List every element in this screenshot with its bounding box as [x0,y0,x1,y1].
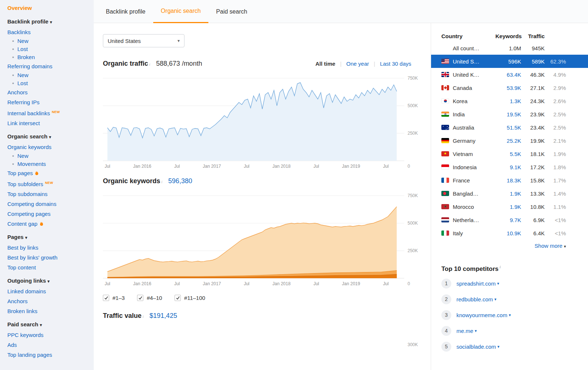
keywords-value[interactable]: 1.9K [495,191,521,197]
sidebar-item-movements[interactable]: •Movements [7,160,94,168]
sidebar-item-backlinks[interactable]: Backlinks [7,27,94,37]
competitor-domain-link[interactable]: socialblade.com [456,344,496,350]
rank-filter-1-3[interactable]: #1–3 [103,295,125,301]
sidebar-item-new[interactable]: •New [7,152,94,160]
keywords-value[interactable]: 53.9K [495,85,521,91]
chevron-down-icon[interactable]: ▾ [475,329,477,333]
country-selector[interactable]: United States ▾ [103,34,184,47]
keywords-value[interactable]: 5.5K [495,151,521,157]
keywords-value[interactable]: 9.1K [495,164,521,170]
tab-paid-search[interactable]: Paid search [208,0,255,23]
keywords-value[interactable]: 1.9K [495,204,521,210]
country-row-france[interactable]: France18.3K15.8K1.7% [431,174,588,187]
sidebar-item-best-by-links-growth[interactable]: Best by links' growth [7,253,94,262]
info-icon[interactable]: i [143,315,144,319]
traffic-value-link[interactable]: $191,425 [150,312,177,320]
country-row-netherla[interactable]: Netherla…9.7K6.9K<1% [431,213,588,226]
sidebar-item-referring-ips[interactable]: Referring IPs [7,97,94,107]
svg-text:500K: 500K [408,221,418,226]
tab-organic-search[interactable]: Organic search [153,0,209,23]
country-row-banglad[interactable]: Banglad…1.9K13.3K1.4% [431,187,588,200]
sidebar-item-broken-links[interactable]: Broken links [7,306,94,316]
chevron-down-icon[interactable]: ▾ [509,313,511,318]
keywords-value[interactable]: 1.3K [495,98,521,104]
organic-keywords-title: Organic keywords [103,177,160,185]
info-icon[interactable]: i [149,62,150,66]
rank-filter-4-10[interactable]: #4–10 [137,295,162,301]
sidebar-item-paid-search[interactable]: Paid search ▾ [7,319,94,330]
country-row-italy[interactable]: Italy10.9K6.4K<1% [431,226,588,240]
country-row-canada[interactable]: Canada53.9K27.1K2.9% [431,81,588,94]
competitor-domain-link[interactable]: spreadshirt.com [456,280,496,287]
country-row-australia[interactable]: Australia51.5K23.4K2.5% [431,121,588,134]
sidebar-item-outgoing-links[interactable]: Outgoing links ▾ [7,276,94,286]
sidebar-item-internal-backlinks[interactable]: Internal backlinksNEW [7,107,94,118]
sidebar-item-link-intersect[interactable]: Link intersect [7,118,94,128]
sidebar-item-new[interactable]: •New [7,71,94,79]
keywords-value[interactable]: 10.9K [495,230,521,236]
range-one-year[interactable]: One year [346,61,369,67]
competitor-domain-link[interactable]: me.me [456,328,473,334]
sidebar-item-organic-search[interactable]: Organic search ▾ [7,131,94,142]
sidebar-item-best-by-links[interactable]: Best by links [7,243,94,253]
range-all-time[interactable]: All time [315,61,335,67]
kr-flag-icon [441,98,449,104]
show-more-button[interactable]: Show more [535,243,563,249]
country-row-united-s[interactable]: United S…596K589K62.3% [431,55,588,68]
sidebar-item-label: Top landing pages [7,352,52,358]
sidebar-item-organic-keywords[interactable]: Organic keywords [7,142,94,152]
keywords-value[interactable]: 63.4K [495,72,521,78]
competitor-domain-link[interactable]: redbubble.com [456,296,493,302]
organic-keywords-count-link[interactable]: 596,380 [168,177,192,185]
chevron-down-icon[interactable]: ▾ [494,297,496,302]
sidebar-item-referring-domains[interactable]: Referring domains [7,61,94,71]
keywords-value[interactable]: 596K [495,58,521,65]
range-last-30-days[interactable]: Last 30 days [380,61,411,67]
sidebar-item-label: Top pages [7,170,33,176]
sidebar-item-overview[interactable]: Overview [7,3,94,13]
country-row-korea[interactable]: Korea1.3K24.3K2.6% [431,94,588,108]
chevron-down-icon[interactable]: ▾ [498,344,500,349]
info-icon[interactable]: i [161,180,162,184]
sidebar-item-ppc-keywords[interactable]: PPC keywords [7,330,94,340]
traffic-value: 15.8K [521,177,545,184]
sidebar-item-anchors[interactable]: Anchors [7,87,94,97]
sidebar-item-top-pages[interactable]: Top pages [7,168,94,178]
sidebar-item-competing-domains[interactable]: Competing domains [7,199,94,209]
country-row-all-count[interactable]: All count…1.0M945K [431,41,588,55]
country-row-vietnam[interactable]: Vietnam5.5K18.1K1.9% [431,147,588,160]
sidebar-item-new[interactable]: •New [7,37,94,45]
rank-filter-11-100[interactable]: #11–100 [175,295,205,301]
sidebar-item-top-content[interactable]: Top content [7,262,94,272]
traffic-value: 17.2K [521,164,545,170]
competitor-domain-link[interactable]: knowyourmeme.com [456,312,507,318]
sidebar-item-top-subdomains[interactable]: Top subdomains [7,189,94,199]
sidebar-item-content-gap[interactable]: Content gap [7,219,94,229]
keywords-value[interactable]: 18.3K [495,177,521,184]
sidebar-item-ads[interactable]: Ads [7,340,94,350]
country-row-germany[interactable]: Germany25.2K19.9K2.1% [431,134,588,147]
sidebar-item-top-landing-pages[interactable]: Top landing pages [7,350,94,360]
sidebar-item-lost[interactable]: •Lost [7,79,94,87]
sidebar-item-competing-pages[interactable]: Competing pages [7,209,94,219]
chevron-down-icon[interactable]: ▾ [497,281,499,286]
country-row-india[interactable]: India19.5K23.9K2.5% [431,108,588,121]
sidebar-item-linked-domains[interactable]: Linked domains [7,286,94,296]
sidebar-item-backlink-profile[interactable]: Backlink profile ▾ [7,17,94,27]
sidebar-item-top-subfolders[interactable]: Top subfoldersNEW [7,178,94,189]
tab-backlink-profile[interactable]: Backlink profile [98,0,153,23]
country-row-indonesia[interactable]: Indonesia9.1K17.2K1.8% [431,160,588,174]
keywords-value[interactable]: 51.5K [495,124,521,131]
keywords-value[interactable]: 9.7K [495,217,521,223]
country-row-morocco[interactable]: Morocco1.9K10.8K1.1% [431,200,588,213]
sidebar-item-broken[interactable]: •Broken [7,53,94,61]
sidebar-item-pages[interactable]: Pages ▾ [7,232,94,243]
keywords-value[interactable]: 19.5K [495,111,521,117]
keywords-value[interactable]: 25.2K [495,138,521,144]
country-name: Vietnam [441,151,495,157]
info-icon[interactable]: i [500,265,501,269]
sidebar-item-anchors[interactable]: Anchors [7,296,94,306]
sidebar-item-lost[interactable]: •Lost [7,45,94,53]
country-row-united-k[interactable]: United K…63.4K46.3K4.9% [431,68,588,81]
sidebar-item-label: Lost [17,80,28,86]
